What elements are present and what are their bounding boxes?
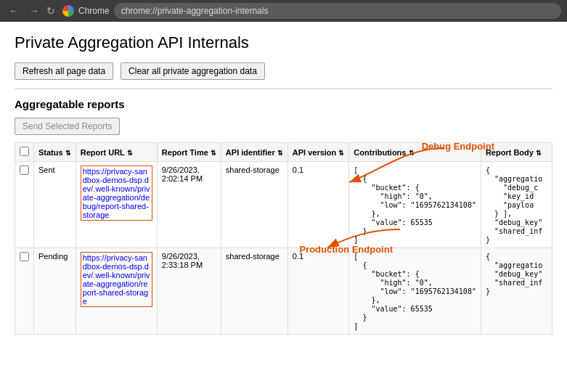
url-text: chrome://private-aggregation-internals — [121, 6, 269, 16]
chrome-logo-icon — [62, 5, 74, 17]
report-url[interactable]: https://privacy-sandbox-demos-dsp.dev/.w… — [81, 166, 152, 221]
tab-bar: Chrome — [78, 6, 110, 16]
contributions-json: [ { "bucket": { "high": "0", "low": "169… — [354, 166, 476, 244]
api-cell: shared-storage — [221, 162, 287, 248]
action-buttons: Refresh all page data Clear all private … — [15, 62, 552, 80]
body-json: { "aggregatio "debug_key" "shared_inf } — [486, 253, 542, 295]
sort-icon: ⇅ — [409, 150, 415, 157]
sort-icon: ⇅ — [211, 150, 216, 157]
select-all-checkbox[interactable] — [20, 147, 29, 156]
refresh-button[interactable]: Refresh all page data — [15, 62, 113, 80]
header-version[interactable]: API version ⇅ — [287, 143, 349, 162]
table-row: Sent https://privacy-sandbox-demos-dsp.d… — [15, 162, 552, 248]
url-cell: https://privacy-sandbox-demos-dsp.dev/.w… — [76, 162, 157, 248]
header-url[interactable]: Report URL ⇅ — [76, 143, 157, 162]
row-checkbox[interactable] — [20, 252, 29, 261]
header-time[interactable]: Report Time ⇅ — [157, 143, 221, 162]
version-cell: 0.1 — [287, 162, 349, 248]
sort-icon: ⇅ — [277, 150, 283, 157]
table-container: Debug Endpoint Production Endpoint — [15, 142, 552, 335]
send-selected-button[interactable]: Send Selected Reports — [15, 118, 120, 135]
sort-icon: ⇅ — [338, 150, 344, 157]
time-cell: 9/26/2023, 2:02:14 PM — [157, 162, 221, 248]
page-title: Private Aggregation API Internals — [15, 33, 552, 52]
sort-icon: ⇅ — [127, 150, 133, 157]
time-cell: 9/26/2023, 2:33:18 PM — [157, 248, 221, 335]
row-checkbox-cell[interactable] — [15, 248, 34, 335]
sort-icon: ⇅ — [536, 150, 542, 157]
browser-chrome: ← → ↻ Chrome chrome://private-aggregatio… — [0, 0, 567, 22]
status-cell: Sent — [34, 162, 76, 248]
url-cell: https://privacy-sandbox-demos-dsp.dev/.w… — [76, 248, 157, 335]
header-body[interactable]: Report Body ⇅ — [481, 143, 552, 162]
header-api[interactable]: API identifier ⇅ — [221, 143, 287, 162]
table-body: Sent https://privacy-sandbox-demos-dsp.d… — [15, 162, 552, 335]
clear-button[interactable]: Clear all private aggregation data — [121, 62, 265, 80]
table-row: Pending https://privacy-sandbox-demos-ds… — [15, 248, 552, 335]
api-cell: shared-storage — [221, 248, 287, 335]
header-contributions[interactable]: Contributions ⇅ — [349, 143, 481, 162]
version-cell: 0.1 — [287, 248, 349, 335]
header-checkbox[interactable] — [15, 143, 34, 162]
report-url[interactable]: https://privacy-sandbox-demos-dsp.dev/.w… — [81, 252, 152, 307]
row-checkbox[interactable] — [20, 166, 29, 175]
body-json: { "aggregatio "debug_c "key_id "payloa }… — [486, 166, 542, 244]
address-bar[interactable]: chrome://private-aggregation-internals — [114, 3, 561, 19]
reload-button[interactable]: ↻ — [46, 5, 55, 17]
contributions-cell: [ { "bucket": { "high": "0", "low": "169… — [349, 248, 481, 335]
header-status[interactable]: Status ⇅ — [34, 143, 76, 162]
sort-icon: ⇅ — [65, 150, 71, 157]
table-header-row: Status ⇅ Report URL ⇅ Report Time ⇅ API … — [15, 143, 552, 162]
page-content: Private Aggregation API Internals Refres… — [0, 22, 567, 346]
divider — [15, 89, 552, 89]
body-cell: { "aggregatio "debug_c "key_id "payloa }… — [481, 162, 552, 248]
contributions-json: [ { "bucket": { "high": "0", "low": "169… — [354, 253, 476, 330]
status-cell: Pending — [34, 248, 76, 335]
tab-label: Chrome — [78, 6, 110, 16]
contributions-cell: [ { "bucket": { "high": "0", "low": "169… — [349, 162, 481, 248]
section-title: Aggregatable reports — [15, 98, 552, 110]
back-button[interactable]: ← — [6, 4, 22, 18]
body-cell: { "aggregatio "debug_key" "shared_inf } — [481, 248, 552, 335]
reports-table: Status ⇅ Report URL ⇅ Report Time ⇅ API … — [15, 142, 552, 335]
forward-button[interactable]: → — [26, 4, 42, 18]
row-checkbox-cell[interactable] — [15, 162, 34, 248]
